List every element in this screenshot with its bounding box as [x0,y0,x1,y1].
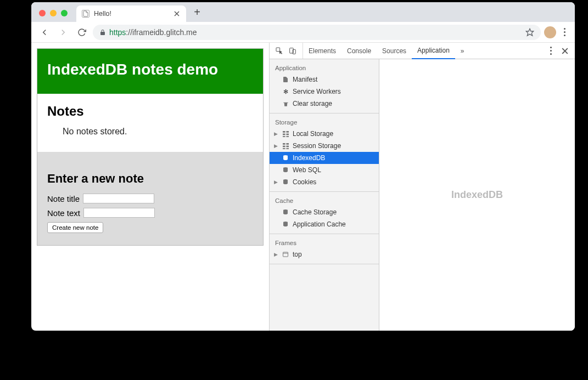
page-wrap: IndexedDB notes demo Notes No notes stor… [37,48,264,246]
lock-icon [99,29,106,36]
svg-rect-15 [286,143,289,145]
address-bar[interactable]: https://iframeidb.glitch.me [93,25,541,40]
caret-icon: ▶ [273,252,278,257]
inspect-element-button[interactable] [273,44,286,58]
devtools-tabs-overflow[interactable]: » [455,43,470,59]
tab-title: Hello! [94,10,169,18]
svg-rect-11 [286,133,289,135]
device-toolbar-button[interactable] [286,44,299,58]
gear-icon: ✻ [282,88,289,95]
form-section: Enter a new note Note title Note text Cr… [37,152,263,245]
svg-rect-14 [283,143,285,145]
grid-icon [282,142,289,150]
note-title-input[interactable] [83,194,154,203]
database-icon [282,154,289,162]
devtools-menu-button[interactable] [544,44,557,58]
bookmark-button[interactable] [525,28,534,37]
devtools-tab-elements[interactable]: Elements [303,43,341,59]
caret-icon: ▶ [273,143,278,149]
sidebar-item-web-sql[interactable]: Web SQL [270,164,379,176]
svg-rect-18 [283,148,285,149]
notes-section: Notes No notes stored. [37,94,263,148]
section-title-cache: Cache [270,193,379,206]
sidebar-item-cookies[interactable]: ▶ Cookies [270,176,379,188]
window-controls [39,10,68,16]
minimize-window-button[interactable] [50,10,57,16]
notes-empty-message: No notes stored. [63,127,253,137]
section-title-storage: Storage [270,115,379,128]
browser-tab[interactable]: Hello! [76,5,186,22]
page-title: IndexedDB notes demo [47,61,253,78]
sidebar-item-manifest[interactable]: Manifest [270,73,379,86]
database-icon [282,166,289,174]
caret-icon: ▶ [273,131,278,137]
browser-toolbar: https://iframeidb.glitch.me [31,22,575,43]
devtools-pane: Elements Console Sources Application » [270,43,575,331]
section-cache: Cache Cache Storage Application Cache [270,192,379,234]
devtools-tab-sources[interactable]: Sources [377,43,412,59]
browser-window: Hello! + https://iframeidb.glitch.me [31,2,575,331]
sidebar-item-indexeddb[interactable]: IndexedDB [270,152,379,164]
form-heading: Enter a new note [47,172,253,186]
url-scheme: https [109,28,126,37]
url-rest: ://iframeidb.glitch.me [126,28,197,37]
page-header: IndexedDB notes demo [37,49,263,94]
sidebar-item-frame-top[interactable]: ▶ top [270,248,379,260]
database-icon [282,208,289,216]
page-pane: IndexedDB notes demo Notes No notes stor… [31,43,270,331]
svg-rect-25 [283,252,288,257]
sidebar-item-session-storage[interactable]: ▶ Session Storage [270,140,379,152]
devtools-close-button[interactable] [558,44,572,58]
fullscreen-window-button[interactable] [61,10,68,16]
database-icon [282,220,289,228]
section-title-frames: Frames [270,235,379,248]
devtools-sidebar: Application Manifest ✻ Service Workers C… [270,59,379,331]
forward-button[interactable] [55,25,71,40]
close-tab-button[interactable] [173,10,181,18]
label-note-title: Note title [47,194,80,203]
page-icon [82,10,89,18]
devtools-tab-console[interactable]: Console [341,43,377,59]
devtools-main: IndexedDB [379,59,575,331]
svg-rect-9 [286,131,289,133]
title-field-row: Note title [47,194,253,203]
content-area: IndexedDB notes demo Notes No notes stor… [31,43,575,331]
close-window-button[interactable] [39,10,46,16]
new-tab-button[interactable]: + [189,4,205,20]
svg-rect-16 [283,145,285,147]
svg-rect-8 [283,131,285,133]
file-icon [282,76,289,83]
svg-rect-12 [283,136,285,137]
window-icon [282,251,289,258]
note-text-input[interactable] [83,208,155,218]
section-title-application: Application [270,60,379,73]
devtools-main-label: IndexedDB [451,189,503,201]
back-button[interactable] [37,25,52,40]
section-application: Application Manifest ✻ Service Workers C… [270,59,379,114]
url: https://iframeidb.glitch.me [109,28,197,37]
create-note-button[interactable]: Create new note [47,222,103,233]
tab-strip: Hello! + [31,2,575,22]
caret-icon: ▶ [273,179,278,185]
database-icon [282,178,289,186]
sidebar-item-clear-storage[interactable]: Clear storage [270,98,379,110]
svg-rect-10 [283,133,285,135]
section-frames: Frames ▶ top [270,234,379,264]
svg-rect-13 [286,136,289,137]
text-field-row: Note text [47,208,253,218]
sidebar-item-local-storage[interactable]: ▶ Local Storage [270,128,379,140]
profile-avatar[interactable] [544,26,556,38]
notes-heading: Notes [47,104,253,119]
sidebar-item-cache-storage[interactable]: Cache Storage [270,206,379,218]
svg-rect-17 [286,145,289,147]
svg-rect-19 [286,148,289,149]
grid-icon [282,130,289,138]
browser-menu-button[interactable] [559,28,569,36]
trash-icon [282,100,289,107]
reload-button[interactable] [74,25,89,40]
devtools-tab-application[interactable]: Application [412,43,455,59]
section-storage: Storage ▶ Local Storage ▶ Session Storag… [270,114,379,192]
devtools-body: Application Manifest ✻ Service Workers C… [270,59,575,331]
sidebar-item-application-cache[interactable]: Application Cache [270,218,379,230]
sidebar-item-service-workers[interactable]: ✻ Service Workers [270,86,379,98]
